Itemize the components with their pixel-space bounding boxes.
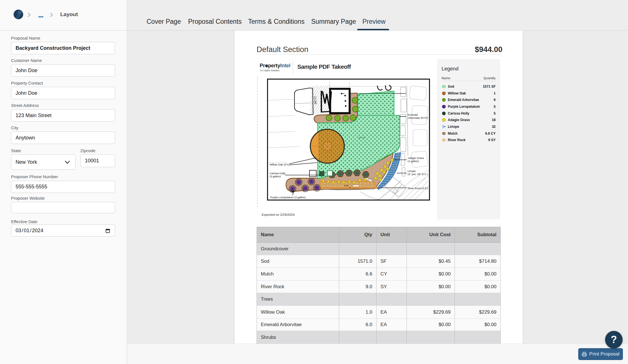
svg-text:9 SY: 9 SY xyxy=(344,185,349,187)
svg-text:Willow Oak (3"C): Willow Oak (3"C) xyxy=(270,163,290,166)
svg-text:(3 gallon): (3 gallon) xyxy=(270,175,281,178)
svg-text:(4" pot, 18" O.C.): (4" pot, 18" O.C.) xyxy=(408,173,428,176)
svg-text:Liriope: Liriope xyxy=(408,169,416,173)
svg-text:Purple Loropetalum (3 gallon): Purple Loropetalum (3 gallon) xyxy=(270,196,306,199)
svg-text:(1 gallon): (1 gallon) xyxy=(408,160,419,163)
svg-text:Emerald: Emerald xyxy=(408,113,418,116)
svg-text:1571 SF: 1571 SF xyxy=(358,137,365,139)
svg-text:Carissa Holly: Carissa Holly xyxy=(270,172,285,175)
svg-text:Adagio Grass: Adagio Grass xyxy=(408,156,424,160)
svg-text:River Rock (3-5"): River Rock (3-5") xyxy=(408,187,428,190)
svg-text:13.98': 13.98' xyxy=(313,96,317,104)
svg-text:Arborvitae (5'HT): Arborvitae (5'HT) xyxy=(408,116,428,119)
